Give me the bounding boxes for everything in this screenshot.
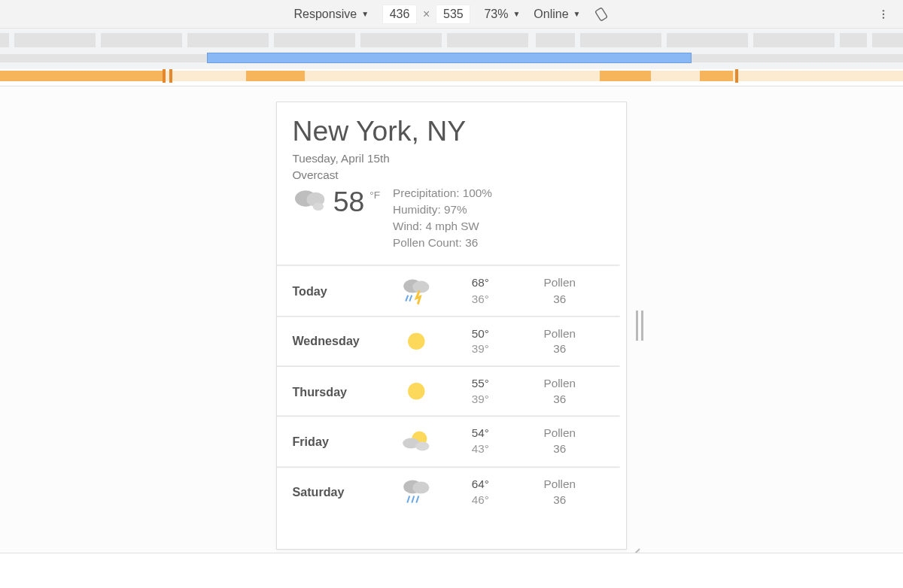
forecast-low: 39° [451, 391, 509, 407]
ruler-ticks[interactable] [0, 29, 903, 50]
media-range[interactable] [700, 71, 733, 81]
forecast-high: 50° [451, 326, 509, 341]
humidity-label: Humidity: [393, 204, 441, 217]
pollen-label: Pollen [515, 476, 604, 492]
viewport-height-input[interactable] [436, 5, 470, 24]
ruler-segment[interactable] [872, 33, 903, 47]
forecast-pollen: Pollen36 [515, 476, 604, 507]
svg-line-18 [407, 496, 409, 502]
ruler-segment[interactable] [187, 33, 269, 47]
media-range[interactable] [246, 71, 305, 81]
svg-point-11 [408, 332, 424, 349]
dimension-separator: × [423, 8, 430, 21]
device-mode-label: Responsive [294, 8, 357, 21]
forecast-icon [387, 275, 445, 306]
forecast-icon [387, 427, 445, 455]
forecast-temps: 50°39° [451, 326, 509, 356]
ruler-segment[interactable] [536, 33, 575, 47]
ruler-segment[interactable] [274, 33, 355, 47]
kebab-icon [877, 8, 889, 20]
device-frame: New York, NY Tuesday, April 15th Overcas… [276, 102, 627, 550]
svg-point-2 [883, 13, 884, 14]
forecast-high: 68° [451, 275, 509, 291]
forecast-temps: 55°39° [451, 376, 509, 407]
stage-bottom-border [0, 553, 903, 553]
forecast-high: 64° [451, 476, 509, 492]
pollen-value: 36 [515, 391, 604, 407]
forecast-icon [387, 476, 445, 507]
ruler-area [0, 29, 903, 86]
svg-line-19 [412, 496, 414, 502]
media-tick[interactable] [169, 69, 172, 83]
ruler-segment[interactable] [753, 33, 835, 47]
pollen-label: Pollen [515, 376, 604, 392]
ruler-range-bar[interactable] [0, 50, 903, 69]
svg-point-1 [883, 10, 884, 11]
temp-unit: °F [369, 189, 380, 201]
current-temp: 58 [333, 186, 365, 219]
pollen-label: Pollen Count: [393, 237, 462, 250]
overcast-icon [292, 186, 328, 219]
location-title: New York, NY [292, 115, 604, 148]
device-viewport[interactable]: New York, NY Tuesday, April 15th Overcas… [277, 102, 626, 549]
current-details: Precipitation: 100% Humidity: 97% Wind: … [393, 186, 604, 253]
rotate-icon [594, 7, 609, 22]
forecast-row: Saturday64°46°Pollen36 [277, 466, 620, 517]
forecast-day: Friday [292, 435, 382, 449]
forecast-pollen: Pollen36 [515, 426, 604, 456]
device-mode-select[interactable]: Responsive ▼ [294, 8, 369, 21]
ruler-segment[interactable] [14, 33, 96, 47]
date-text: Tuesday, April 15th [292, 151, 604, 167]
svg-point-8 [412, 280, 429, 292]
forecast-day: Thursday [292, 384, 382, 399]
device-toolbar: Responsive ▼ × 73% ▼ Online ▼ [0, 0, 903, 29]
media-tick[interactable] [163, 69, 166, 83]
forecast-low: 39° [451, 341, 509, 357]
forecast-icon [387, 377, 445, 405]
media-tick[interactable] [735, 69, 738, 83]
pollen-label: Pollen [515, 326, 604, 341]
svg-line-9 [406, 295, 408, 301]
forecast-high: 54° [451, 426, 509, 441]
rotate-button[interactable] [594, 7, 609, 22]
precip-label: Precipitation: [393, 187, 459, 200]
dropdown-icon: ▼ [361, 10, 369, 18]
weather-card: New York, NY Tuesday, April 15th Overcas… [277, 102, 620, 516]
pollen-value: 36 [515, 291, 604, 307]
ruler-selection[interactable] [207, 53, 692, 63]
ruler-segment[interactable] [580, 33, 661, 47]
svg-line-10 [409, 295, 412, 301]
media-range[interactable] [600, 71, 651, 81]
media-range[interactable] [0, 71, 163, 81]
ruler-segment[interactable] [667, 33, 748, 47]
throttle-label: Online [534, 8, 568, 21]
forecast-pollen: Pollen36 [515, 275, 604, 306]
forecast-low: 36° [451, 291, 509, 307]
svg-point-15 [415, 442, 429, 451]
svg-point-6 [313, 203, 324, 211]
forecast-row: Wednesday50°39°Pollen36 [277, 315, 620, 365]
more-options-button[interactable] [876, 7, 891, 22]
zoom-label: 73% [484, 8, 508, 21]
throttle-select[interactable]: Online ▼ [534, 8, 580, 21]
forecast-temps: 54°43° [451, 426, 509, 456]
media-queries-bar[interactable] [0, 69, 903, 86]
ruler-segment[interactable] [101, 33, 182, 47]
forecast-list: Today68°36°Pollen36Wednesday50°39°Pollen… [277, 265, 620, 517]
forecast-row: Thursday55°39°Pollen36 [277, 365, 620, 416]
pollen-value: 36 [515, 341, 604, 357]
resize-handle-corner[interactable] [626, 546, 646, 553]
zoom-select[interactable]: 73% ▼ [484, 8, 520, 21]
pollen-value: 36 [465, 237, 478, 250]
svg-point-17 [412, 481, 429, 493]
ruler-segment[interactable] [447, 33, 528, 47]
ruler-segment[interactable] [360, 33, 442, 47]
humidity-value: 97% [444, 204, 467, 217]
resize-handle-right[interactable] [632, 311, 647, 341]
svg-rect-0 [595, 7, 607, 20]
forecast-day: Saturday [292, 485, 382, 499]
ruler-segment[interactable] [0, 33, 9, 47]
forecast-temps: 64°46° [451, 476, 509, 507]
ruler-segment[interactable] [840, 33, 867, 47]
viewport-width-input[interactable] [382, 5, 417, 24]
